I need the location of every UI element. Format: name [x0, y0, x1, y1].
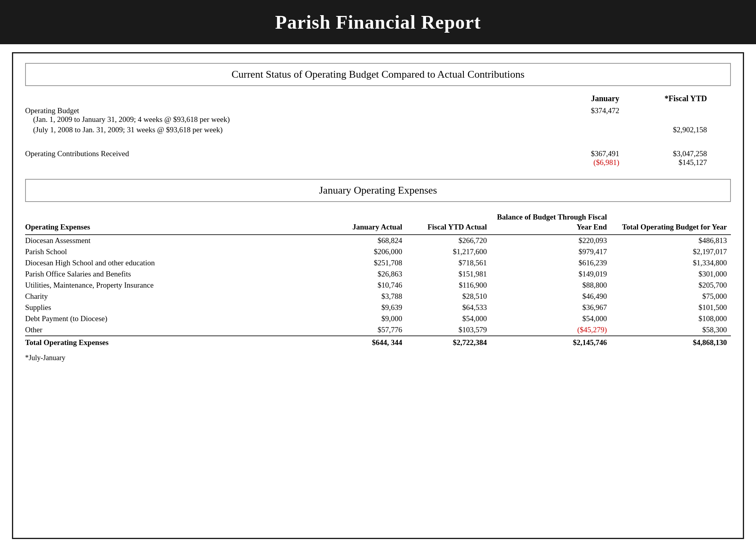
expense-total: $75,000 — [611, 291, 731, 302]
expense-label: Diocesan High School and other education — [25, 257, 322, 269]
expense-jan-actual: $57,776 — [322, 324, 406, 336]
contributions-jan-diff: ($6,981) — [548, 158, 619, 167]
expense-total: $108,000 — [611, 313, 731, 324]
table-row: Charity$3,788$28,510$46,490$75,000 — [25, 291, 731, 302]
expense-total: $1,334,800 — [611, 257, 731, 269]
totals-row: Total Operating Expenses$644, 344$2,722,… — [25, 336, 731, 348]
expense-jan-actual: $206,000 — [322, 246, 406, 257]
expense-balance: $220,093 — [491, 235, 611, 246]
expense-label: Diocesan Assessment — [25, 235, 322, 246]
expense-fiscal-ytd: $54,000 — [406, 313, 491, 324]
expense-jan-actual: $9,000 — [322, 313, 406, 324]
col-header-jan-actual: January Actual — [322, 210, 406, 235]
expense-label: Parish Office Salaries and Benefits — [25, 269, 322, 280]
expense-fiscal-ytd: $116,900 — [406, 280, 491, 291]
expense-label: Supplies — [25, 302, 322, 313]
budget-line2-ytd: $2,902,158 — [627, 125, 707, 134]
total-label: Total Operating Expenses — [25, 336, 322, 348]
page-title: Parish Financial Report — [8, 11, 748, 33]
expenses-section-title: January Operating Expenses — [34, 184, 722, 196]
table-row: Debt Payment (to Diocese)$9,000$54,000$5… — [25, 313, 731, 324]
col-header-balance: Balance of Budget Through Fiscal Year En… — [491, 210, 611, 235]
contributions-ytd-diff: $145,127 — [627, 158, 707, 167]
expense-balance: $616,239 — [491, 257, 611, 269]
total-janActual: $644, 344 — [322, 336, 406, 348]
expense-balance: $46,490 — [491, 291, 611, 302]
total-fiscalYTD: $2,722,384 — [406, 336, 491, 348]
table-row: Diocesan Assessment$68,824$266,720$220,0… — [25, 235, 731, 246]
top-section-box: Current Status of Operating Budget Compa… — [25, 63, 731, 86]
operating-budget-row: Operating Budget (Jan. 1, 2009 to Januar… — [25, 106, 731, 124]
contributions-row: Operating Contributions Received $367,49… — [25, 149, 731, 167]
expense-jan-actual: $68,824 — [322, 235, 406, 246]
expense-total: $301,000 — [611, 269, 731, 280]
total-total: $4,868,130 — [611, 336, 731, 348]
expenses-table-header-row: Operating Expenses January Actual Fiscal… — [25, 210, 731, 235]
table-row: Parish School$206,000$1,217,600$979,417$… — [25, 246, 731, 257]
table-row: Utilities, Maintenance, Property Insuran… — [25, 280, 731, 291]
expense-fiscal-ytd: $64,533 — [406, 302, 491, 313]
expense-jan-actual: $251,708 — [322, 257, 406, 269]
expense-fiscal-ytd: $266,720 — [406, 235, 491, 246]
table-row: Diocesan High School and other education… — [25, 257, 731, 269]
col-header-fiscal-ytd: Fiscal YTD Actual — [406, 210, 491, 235]
total-balance: $2,145,746 — [491, 336, 611, 348]
expenses-table: Operating Expenses January Actual Fiscal… — [25, 210, 731, 348]
expense-label: Parish School — [25, 246, 322, 257]
expense-balance: $149,019 — [491, 269, 611, 280]
budget-line1-label: (Jan. 1, 2009 to January 31, 2009; 4 wee… — [25, 115, 548, 124]
budget-line2-row: (July 1, 2008 to Jan. 31, 2009; 31 weeks… — [25, 125, 731, 134]
expense-label: Charity — [25, 291, 322, 302]
expense-balance: $36,967 — [491, 302, 611, 313]
expense-balance: $54,000 — [491, 313, 611, 324]
expense-fiscal-ytd: $1,217,600 — [406, 246, 491, 257]
january-col-header: January — [548, 94, 627, 103]
table-row: Supplies$9,639$64,533$36,967$101,500 — [25, 302, 731, 313]
expenses-section: Operating Expenses January Actual Fiscal… — [25, 210, 731, 362]
expense-balance: $979,417 — [491, 246, 611, 257]
top-section-title: Current Status of Operating Budget Compa… — [34, 69, 722, 80]
expense-label: Debt Payment (to Diocese) — [25, 313, 322, 324]
expense-fiscal-ytd: $28,510 — [406, 291, 491, 302]
expense-balance: ($45,279) — [491, 324, 611, 336]
expense-total: $58,300 — [611, 324, 731, 336]
expense-jan-actual: $3,788 — [322, 291, 406, 302]
operating-budget-section: January *Fiscal YTD Operating Budget (Ja… — [25, 94, 731, 167]
budget-line1-jan: $374,472 — [548, 106, 627, 115]
page-header: Parish Financial Report — [0, 0, 756, 44]
expense-fiscal-ytd: $718,561 — [406, 257, 491, 269]
expense-fiscal-ytd: $103,579 — [406, 324, 491, 336]
contributions-label: Operating Contributions Received — [25, 149, 129, 158]
main-content: Current Status of Operating Budget Compa… — [12, 52, 744, 539]
operating-budget-label: Operating Budget — [25, 106, 79, 115]
contributions-ytd: $3,047,258 — [627, 149, 707, 158]
col-header-label: Operating Expenses — [25, 210, 322, 235]
expense-jan-actual: $26,863 — [322, 269, 406, 280]
table-row: Other$57,776$103,579($45,279)$58,300 — [25, 324, 731, 336]
expense-total: $205,700 — [611, 280, 731, 291]
expenses-section-box: January Operating Expenses — [25, 179, 731, 202]
footnote: *July-January — [25, 354, 731, 362]
fiscal-ytd-col-header: *Fiscal YTD — [627, 94, 707, 103]
expense-jan-actual: $9,639 — [322, 302, 406, 313]
expense-fiscal-ytd: $151,981 — [406, 269, 491, 280]
expense-label: Other — [25, 324, 322, 336]
expense-total: $2,197,017 — [611, 246, 731, 257]
column-headers: January *Fiscal YTD — [25, 94, 731, 103]
table-row: Parish Office Salaries and Benefits$26,8… — [25, 269, 731, 280]
expense-total: $101,500 — [611, 302, 731, 313]
expense-jan-actual: $10,746 — [322, 280, 406, 291]
contributions-jan: $367,491 — [548, 149, 619, 158]
expense-label: Utilities, Maintenance, Property Insuran… — [25, 280, 322, 291]
expense-total: $486,813 — [611, 235, 731, 246]
budget-line2-label: (July 1, 2008 to Jan. 31, 2009; 31 weeks… — [25, 125, 548, 134]
col-header-total: Total Operating Budget for Year — [611, 210, 731, 235]
expense-balance: $88,800 — [491, 280, 611, 291]
